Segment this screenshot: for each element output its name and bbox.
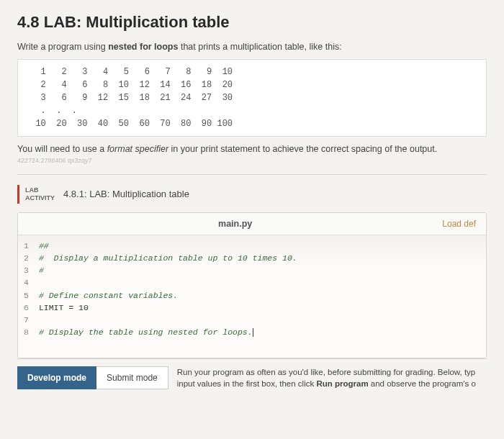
- lab-badge-line1: LAB: [25, 186, 55, 194]
- lab-activity-header: LAB ACTIVITY 4.8.1: LAB: Multiplication …: [17, 185, 487, 204]
- filename-tab[interactable]: main.py: [28, 219, 442, 229]
- editor-tabs: main.py Load def: [18, 213, 486, 235]
- intro-pre: Write a program using: [17, 42, 108, 52]
- multiplication-table-example: 1 2 3 4 5 6 7 8 9 10 2 4 6 8 10 12 14 16…: [17, 59, 487, 137]
- submit-mode-button[interactable]: Submit mode: [96, 366, 168, 389]
- note-pre: You will need to use a: [17, 144, 107, 154]
- code-area[interactable]: 12345678 ### Display a multiplication ta…: [18, 235, 486, 358]
- line-gutter: 12345678: [18, 235, 33, 358]
- page-title: 4.8 LAB: Multiplication table: [17, 13, 487, 32]
- load-default-link[interactable]: Load def: [442, 219, 476, 229]
- footer-bar: Develop mode Submit mode Run your progra…: [17, 358, 487, 389]
- watermark-text: 422724.2786406 qx3zqy7: [17, 157, 487, 164]
- lab-section-title: 4.8.1: LAB: Multiplication table: [63, 189, 189, 199]
- footer-line2-post: and observe the program's o: [369, 379, 476, 388]
- intro-post: that prints a multiplication table, like…: [178, 42, 341, 52]
- footer-line1: Run your program as often as you'd like,…: [177, 368, 476, 376]
- intro-bold: nested for loops: [108, 42, 178, 52]
- code-editor: main.py Load def 12345678 ### Display a …: [17, 212, 487, 358]
- note-post: in your print statement to achieve the c…: [168, 144, 437, 154]
- footer-line2-pre: input values in the first box, then clic…: [177, 379, 317, 388]
- footer-instructions: Run your program as often as you'd like,…: [177, 366, 487, 389]
- lab-badge-line2: ACTIVITY: [25, 194, 55, 202]
- develop-mode-button[interactable]: Develop mode: [17, 366, 96, 389]
- intro-text: Write a program using nested for loops t…: [17, 42, 487, 52]
- divider: [17, 174, 487, 175]
- footer-line2-bold: Run program: [316, 379, 368, 388]
- format-note: You will need to use a format specifier …: [17, 144, 487, 154]
- mode-buttons: Develop mode Submit mode: [17, 366, 168, 389]
- lab-badge: LAB ACTIVITY: [17, 185, 55, 204]
- note-italic: format specifier: [107, 144, 168, 154]
- code-content[interactable]: ### Display a multiplication table up to…: [33, 235, 486, 358]
